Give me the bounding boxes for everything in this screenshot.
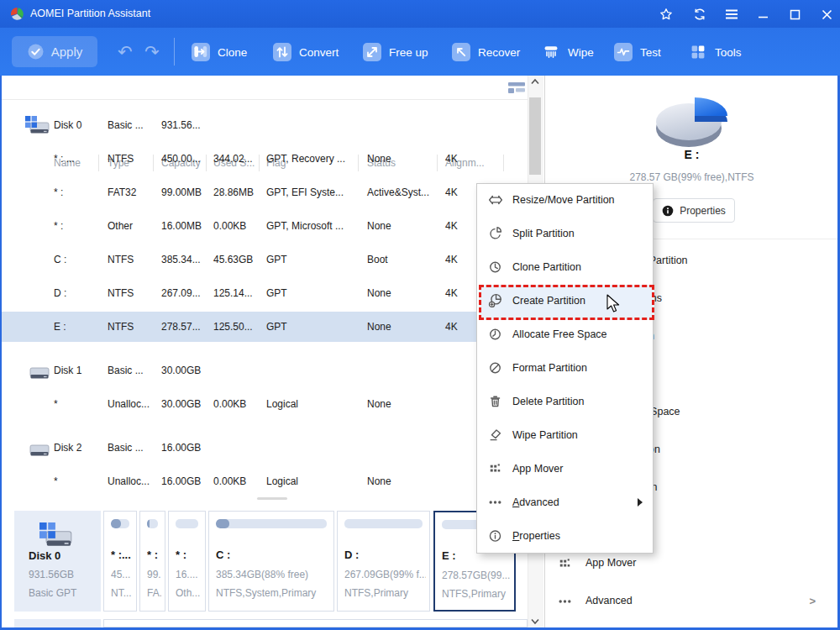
properties-info-icon	[488, 528, 502, 543]
toolbar-button-label: Test	[640, 46, 661, 59]
cell-type: FAT32	[108, 177, 136, 207]
toolbar-button-clone[interactable]: Clone	[192, 43, 247, 61]
cell-flag: GPT, Microsoft ...	[266, 211, 344, 241]
sidebar-item-advanced[interactable]: Advanced>	[546, 582, 837, 620]
partition-fs: FA...	[147, 587, 161, 599]
toolbar-button-wipe[interactable]: Wipe	[542, 43, 594, 61]
cell-capacity: 267.09...	[161, 278, 201, 308]
minimize-icon[interactable]	[755, 8, 770, 21]
cell-capacity: 99.00MB	[161, 177, 202, 207]
disk-panel-partition-C[interactable]: C :385.34GB(88% free)NTFS,System,Primary	[208, 511, 334, 612]
advanced-dots-icon	[488, 495, 502, 509]
menu-item-delete-partition[interactable]: Delete Partition	[477, 385, 651, 418]
disk-panel-partition-D[interactable]: D :267.09GB(99% f...NTFS,Primary	[337, 511, 430, 612]
cell-capacity: 30.00GB	[161, 355, 201, 386]
titlebar: AOMEI Partition Assistant	[0, 0, 840, 28]
menu-item-properties[interactable]: Properties	[477, 519, 651, 553]
toolbar-button-free-up[interactable]: Free up	[363, 43, 428, 61]
menu-item-allocate-free-space[interactable]: Allocate Free Space	[477, 318, 651, 351]
table-row[interactable]: * :Other16.00MB0.00KBGPT, Microsoft ...N…	[2, 211, 528, 241]
convert-icon	[273, 43, 291, 61]
table-row[interactable]: D :NTFS267.09...125.14...GPTNone4K	[2, 278, 528, 308]
menu-item-create-partition[interactable]: Create Partition	[477, 284, 651, 318]
scroll-down-icon[interactable]	[531, 618, 539, 625]
apply-button[interactable]: Apply	[12, 36, 97, 67]
cell-name: *	[54, 389, 58, 419]
table-row[interactable]: C :NTFS385.34...45.63GBGPTBoot4K	[2, 244, 528, 275]
submenu-arrow-icon	[638, 498, 643, 507]
menu-item-resize-move-partition[interactable]: Resize/Move Partition	[477, 183, 651, 217]
table-row[interactable]: * : ...NTFS450.00...344.02...GPT, Recove…	[2, 144, 528, 174]
cell-used: 45.63GB	[213, 244, 253, 275]
table-row[interactable]: Disk 2Basic ...16.00GB	[2, 433, 528, 463]
menu-item-label: Split Partition	[512, 217, 575, 250]
cell-status: None	[367, 211, 391, 241]
menu-item-app-mover[interactable]: App Mover	[477, 452, 651, 486]
cell-alignment: 4K	[445, 244, 458, 275]
undo-icon[interactable]: ↶	[118, 40, 133, 64]
menu-item-label: Delete Partition	[512, 385, 584, 418]
apply-label: Apply	[51, 45, 83, 59]
cell-flag: GPT, EFI Syste...	[266, 177, 344, 207]
cell-capacity: 278.57...	[161, 312, 201, 342]
scroll-up-icon[interactable]	[531, 78, 539, 85]
menu-item-format-partition[interactable]: Format Partition	[477, 351, 651, 385]
maximize-icon[interactable]	[787, 8, 802, 21]
usage-bar	[176, 519, 198, 528]
partition-fs: NTFS,Primary	[442, 588, 511, 600]
table-row-selected[interactable]: E :NTFS278.57...125.50...GPTNone4K	[2, 312, 528, 342]
cell-alignment: 4K	[445, 312, 458, 342]
submenu-chevron-icon: >	[809, 595, 816, 607]
cell-used: 125.14...	[213, 278, 253, 308]
partition-fs: NT...	[111, 587, 133, 599]
refresh-icon[interactable]	[692, 8, 707, 21]
partition-label: * :...	[111, 549, 133, 561]
disk-drive-icon	[39, 522, 72, 548]
menu-item-wipe-partition[interactable]: Wipe Partition	[477, 418, 651, 452]
clone-partition-icon	[488, 260, 502, 274]
list-layout-icon[interactable]	[507, 81, 526, 94]
app-window: AOMEI Partition Assistant App	[0, 0, 840, 630]
partition-fs: NTFS,System,Primary	[216, 587, 330, 599]
scrollbar-thumb[interactable]	[529, 97, 541, 175]
sidebar-properties-label: Properties	[680, 205, 726, 217]
toolbar-button-convert[interactable]: Convert	[273, 43, 339, 61]
partition-size: 278.57GB(99...	[442, 570, 511, 581]
panel-splitter-handle[interactable]	[257, 497, 287, 500]
menu-item-split-partition[interactable]: Split Partition	[477, 217, 651, 250]
sidebar-capacity-text: 278.57 GB(99% free),NTFS	[546, 171, 837, 183]
table-row[interactable]: *Unalloc...16.00GB0.00KBLogicalNone	[2, 466, 528, 496]
disk-panel-next-disk-block-partial	[14, 619, 101, 627]
disk-panel-partition-x0[interactable]: * :...45...NT...	[103, 511, 137, 612]
toolbar-button-label: Convert	[299, 46, 339, 59]
cell-name: C :	[54, 244, 66, 275]
sidebar-properties-button[interactable]: Properties	[653, 198, 735, 223]
freeup-icon	[363, 43, 381, 61]
cell-status: None	[367, 144, 391, 174]
cell-capacity: 30.00GB	[161, 389, 201, 419]
cell-used: 344.02...	[213, 144, 253, 174]
create-partition-icon	[488, 293, 502, 307]
hamburger-menu-icon[interactable]	[724, 8, 739, 21]
toolbar-button-recover[interactable]: Recover	[452, 43, 520, 61]
disk-panel-partition-x1[interactable]: * :99....FA...	[139, 511, 165, 612]
disk-panel-partition-x2[interactable]: * :16....Oth...	[168, 511, 206, 612]
redo-icon[interactable]: ↷	[144, 40, 160, 64]
disk-drive-icon	[25, 361, 50, 380]
partition-size: 16....	[176, 569, 202, 580]
menu-item-advanced[interactable]: Advanced	[477, 486, 651, 519]
cell-status: Active&Syst...	[367, 177, 429, 207]
table-row[interactable]: Disk 1Basic ...30.00GB	[2, 355, 528, 386]
table-row[interactable]: *Unalloc...30.00GB0.00KBLogicalNone	[2, 389, 528, 419]
table-row[interactable]: Disk 0Basic ...931.56...	[2, 110, 528, 140]
favorite-star-icon[interactable]	[659, 8, 674, 21]
menu-item-clone-partition[interactable]: Clone Partition	[477, 250, 651, 284]
close-icon[interactable]	[819, 8, 834, 21]
disk-panel-disk-block[interactable]: Disk 0931.56GBBasic GPT	[14, 511, 101, 612]
partition-size: 99....	[147, 569, 161, 580]
toolbar-button-test[interactable]: Test	[614, 43, 661, 61]
menu-item-label: Advanced	[512, 486, 559, 519]
toolbar-button-tools[interactable]: Tools	[689, 43, 742, 61]
partition-size: 45...	[111, 569, 133, 580]
table-row[interactable]: * :FAT3299.00MB28.86MBGPT, EFI Syste...A…	[2, 177, 528, 207]
